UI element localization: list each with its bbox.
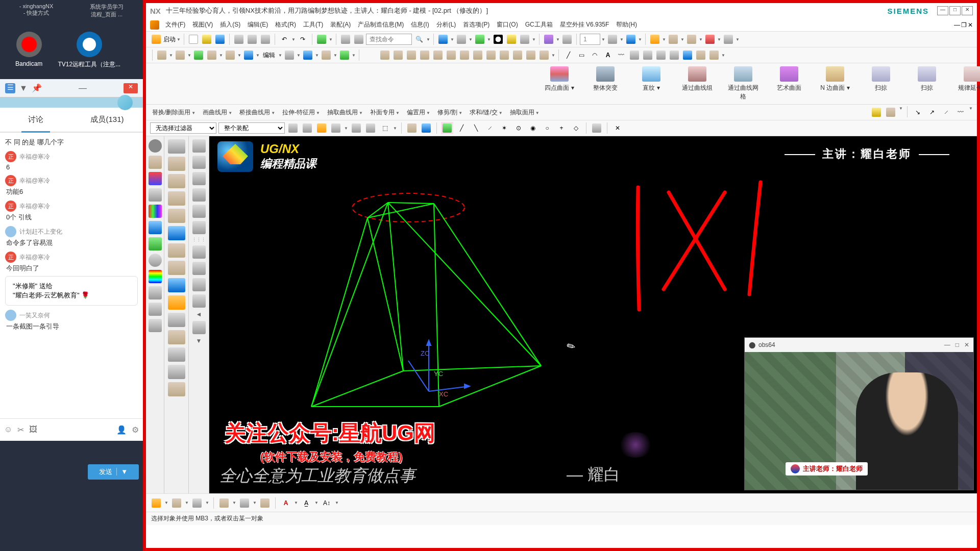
toolbar-btn[interactable] [419, 49, 431, 61]
bandicam-shortcut[interactable]: Bandicam [15, 32, 42, 69]
new-button[interactable] [187, 33, 200, 45]
cut-button[interactable] [233, 33, 245, 45]
toolbar-btn[interactable] [591, 122, 603, 134]
pin-icon[interactable]: ▼ [19, 84, 28, 93]
toolbar-btn[interactable] [485, 49, 497, 61]
toolbar-btn[interactable] [170, 497, 183, 509]
toolbar-btn[interactable] [338, 49, 351, 61]
toolbar-btn[interactable] [606, 33, 619, 45]
tool-btn[interactable] [149, 188, 162, 202]
ribbon-4point[interactable]: 四点曲面 ▾ [544, 66, 575, 101]
chat-menu-button[interactable]: ☰ [5, 83, 15, 93]
menu-help[interactable]: 帮助(H) [613, 19, 640, 31]
snap-btn[interactable]: ○ [541, 122, 553, 134]
toolbar-btn[interactable] [191, 497, 203, 509]
gear-icon[interactable] [149, 139, 162, 153]
toolbar-btn[interactable] [505, 33, 518, 45]
tool-btn[interactable] [192, 245, 206, 259]
teamviewer-shortcut[interactable]: TV12远程工具（注意... [58, 32, 120, 69]
tool-btn[interactable] [149, 205, 162, 218]
font-tool[interactable]: A̲ [300, 497, 312, 509]
toolbar-btn[interactable] [455, 33, 468, 45]
toolbar-btn[interactable]: ↗ [926, 106, 938, 118]
tool-btn[interactable] [149, 221, 162, 234]
webcam-window[interactable]: ⬤ obs64 — □ ✕ 主讲老师：耀白老师 [744, 337, 974, 490]
tool-btn[interactable] [149, 172, 162, 185]
tool-btn[interactable] [168, 174, 185, 188]
menu-info[interactable]: 信息(I) [408, 19, 432, 31]
toolbar-btn[interactable] [642, 49, 654, 61]
snap-btn[interactable]: ╲ [470, 122, 482, 134]
mdi-restore[interactable]: ❐ [961, 21, 967, 29]
scissors-icon[interactable]: ✂ [17, 425, 24, 435]
toolbar-btn[interactable] [405, 49, 418, 61]
user-icon[interactable]: 👤 [116, 425, 127, 435]
toolbar-btn[interactable] [302, 49, 314, 61]
menu-preferences[interactable]: 首选项(P) [460, 19, 493, 31]
tool-btn[interactable] [149, 286, 162, 299]
snap-btn[interactable]: ◉ [527, 122, 539, 134]
emoji-icon[interactable]: ☺ [4, 425, 12, 435]
tool-btn[interactable] [168, 295, 185, 310]
menu-window[interactable]: 窗口(O) [494, 19, 521, 31]
taskbar-tab-2[interactable]: 系统学员学习流程_页面 ... [72, 2, 141, 19]
toolbar-btn[interactable] [498, 49, 510, 61]
toolbar-btn[interactable] [437, 33, 449, 45]
rect-tool[interactable]: ▭ [575, 49, 587, 61]
webcam-titlebar[interactable]: ⬤ obs64 — □ ✕ [745, 338, 973, 352]
ribbon-ruled[interactable]: 直纹 ▾ [636, 66, 667, 101]
pin-icon-2[interactable]: 📌 [32, 83, 42, 93]
save-button[interactable] [214, 33, 226, 45]
font-tool[interactable]: A↕ [321, 497, 333, 509]
tab-members[interactable]: 成员(131) [71, 108, 143, 132]
toolbar-btn[interactable] [432, 49, 444, 61]
redo-button[interactable]: ↷ [297, 33, 309, 45]
menu-analysis[interactable]: 分析(L) [433, 19, 459, 31]
menu-pmi[interactable]: 产品制造信息(M) [355, 19, 407, 31]
tool-btn[interactable] [192, 172, 206, 185]
menu-insert[interactable]: 插入(S) [217, 19, 243, 31]
toolbar-btn[interactable] [156, 49, 168, 61]
toolbar-btn[interactable] [238, 497, 251, 509]
toolbar-btn[interactable] [511, 49, 524, 61]
toolbar-btn[interactable] [885, 106, 897, 118]
tool-btn[interactable] [192, 156, 206, 169]
menu-plugin[interactable]: 星空外挂 V6.935F [557, 19, 612, 31]
snap-btn[interactable]: ✶ [498, 122, 510, 134]
toolbar-btn[interactable] [538, 49, 550, 61]
ribbon-global[interactable]: 整体突变 [590, 66, 621, 101]
arc-tool[interactable]: ◠ [589, 49, 601, 61]
toolbar-btn[interactable] [259, 497, 271, 509]
toolbar-btn[interactable]: ⟋ [940, 106, 952, 118]
tool-btn[interactable] [168, 365, 185, 379]
toolbar-btn[interactable] [174, 49, 186, 61]
toolbar-btn[interactable]: ⬚ [379, 122, 391, 134]
toolbar-btn[interactable] [685, 33, 698, 45]
line-tool[interactable]: ╱ [562, 49, 574, 61]
tool-btn[interactable] [192, 205, 206, 218]
ribbon-law-extend[interactable]: 规律延伸 ▾ [958, 66, 980, 101]
sub-extract-curve[interactable]: 抽取曲线用▼ [325, 107, 365, 118]
taskbar-tab-1[interactable]: - xinghangNX- 快捷方式 [2, 2, 70, 19]
toolbar-btn[interactable] [668, 49, 680, 61]
tool-btn[interactable] [168, 157, 185, 171]
settings-icon[interactable]: ⚙ [132, 425, 139, 435]
menu-tools[interactable]: 工具(T) [300, 19, 326, 31]
tool-btn[interactable] [168, 209, 185, 223]
toolbar-btn[interactable] [543, 33, 555, 45]
maximize-button[interactable]: □ [949, 6, 961, 15]
tool-btn[interactable] [168, 278, 185, 292]
ribbon-sweep2[interactable]: 扫掠 [912, 66, 942, 101]
tool-btn[interactable] [192, 139, 206, 153]
webcam-maximize[interactable]: □ [955, 341, 959, 348]
sub-patch[interactable]: 补面专用▼ [368, 107, 402, 118]
layer-input[interactable] [580, 34, 600, 45]
webcam-minimize[interactable]: — [944, 341, 950, 348]
toolbar-btn[interactable] [655, 49, 667, 61]
sub-bridge[interactable]: 桥接曲线用▼ [237, 107, 277, 118]
mdi-minimize[interactable]: — [954, 21, 960, 29]
tool-btn[interactable] [192, 262, 206, 275]
text-tool[interactable]: A [602, 49, 614, 61]
toolbar-btn[interactable] [704, 33, 716, 45]
toolbar-btn[interactable] [350, 122, 362, 134]
